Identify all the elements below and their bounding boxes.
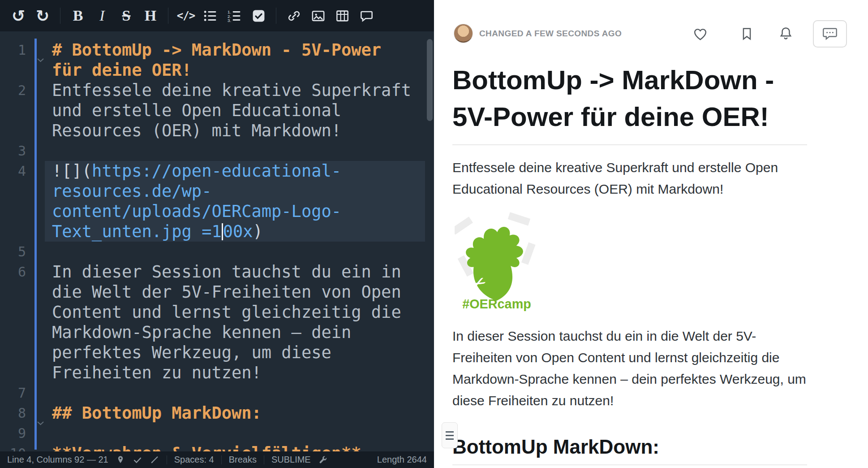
editor-row[interactable]: die Welt der 5V-Freiheiten von Open <box>0 282 434 302</box>
brush-icon[interactable] <box>150 455 159 465</box>
bullet-list-icon[interactable] <box>198 4 222 27</box>
editor-row[interactable]: 6In dieser Session tauchst du ein in <box>0 262 434 282</box>
line-number: 2 <box>0 80 26 100</box>
line-number: 7 <box>0 383 26 403</box>
toolbar-divider <box>276 8 276 24</box>
line-number: 1 <box>0 40 26 60</box>
line-number: 4 <box>0 161 26 181</box>
subheading-divider <box>452 464 807 465</box>
toolbar-divider <box>168 8 168 24</box>
line-number: 5 <box>0 242 26 262</box>
status-bar: Line 4, Columns 92 — 21 Spaces: 4 Breaks… <box>0 451 434 468</box>
link-icon[interactable] <box>282 4 306 27</box>
ordered-list-icon[interactable]: 1.2.3. <box>222 4 246 27</box>
line-number: 9 <box>0 423 26 443</box>
svg-text:3.: 3. <box>228 18 231 23</box>
editor-row[interactable]: 8## BottomUp MarkDown: <box>0 403 434 423</box>
editor-line-text: Text_unten.jpg =100x) <box>52 221 434 242</box>
markdown-editor-pane: ↺↻BISH</>1.2.3. 1# BottomUp -> MarkDown … <box>0 0 434 468</box>
preview-pane: CHANGED A FEW SECONDS AGO BottomUp -> Ma… <box>434 0 868 468</box>
toolbar-divider <box>60 8 60 24</box>
bell-icon[interactable] <box>778 26 793 41</box>
comments-button[interactable] <box>813 20 847 48</box>
heading-icon[interactable]: H <box>138 4 163 27</box>
pin-icon[interactable] <box>116 455 125 465</box>
keymap-setting[interactable]: SUBLIME <box>271 455 311 465</box>
editor-row[interactable]: perfektes Werkzeug, um diese <box>0 342 434 363</box>
editor-line-text: Freiheiten zu nutzen! <box>52 363 434 383</box>
doc-length: Length 2644 <box>377 455 427 465</box>
editor-row[interactable]: 7 <box>0 383 434 403</box>
editor-row[interactable]: 3 <box>0 141 434 161</box>
image-icon[interactable] <box>306 4 330 27</box>
editor-line-text: ## BottomUp MarkDown: <box>52 403 434 423</box>
italic-icon[interactable]: I <box>90 4 114 27</box>
editor-row[interactable]: Text_unten.jpg =100x) <box>0 221 434 242</box>
editor-row[interactable]: Freiheiten zu nutzen! <box>0 363 434 383</box>
editor-row[interactable]: content/uploads/OERCamp-Logo- <box>0 201 434 221</box>
comment-icon[interactable] <box>354 4 378 27</box>
bold-icon[interactable]: B <box>66 4 90 27</box>
preview-body-paragraph: In dieser Session tauchst du ein in die … <box>452 325 811 412</box>
undo-icon[interactable]: ↺ <box>6 4 30 27</box>
editor-toolbar: ↺↻BISH</>1.2.3. <box>0 0 434 31</box>
code-icon[interactable]: </> <box>174 4 198 27</box>
editor-line-text: für deine OER! <box>52 60 434 80</box>
statusbar-divider <box>264 455 264 464</box>
editor-row[interactable]: 9 <box>0 423 434 443</box>
editor-line-text: und erstelle Open Educational <box>52 100 434 121</box>
wrench-icon[interactable] <box>318 455 328 465</box>
editor-line-text: ![](https://open-educational- <box>52 161 434 181</box>
editor-row[interactable]: 1# BottomUp -> MarkDown - 5V-Power <box>0 40 434 60</box>
title-divider <box>452 144 807 145</box>
split-drag-handle[interactable] <box>442 422 458 448</box>
line-number: 10 <box>0 443 26 451</box>
editor-line-text: Content und lernst gleichzeitig die <box>52 302 434 322</box>
last-changed-status: CHANGED A FEW SECONDS AGO <box>479 29 622 39</box>
statusbar-divider <box>167 455 167 464</box>
preview-intro-paragraph: Entfessele deine kreative Superkraft und… <box>452 157 811 200</box>
editor-line-text: die Welt der 5V-Freiheiten von Open <box>52 282 434 302</box>
editor-row[interactable]: Resources (OER) mit Markdown! <box>0 121 434 141</box>
statusbar-divider <box>221 455 222 464</box>
oercamp-logo: ✂ #OERcamp <box>455 211 539 312</box>
line-number: 3 <box>0 141 26 161</box>
editor-line-text: Markdown-Sprache kennen – dein <box>52 322 434 342</box>
changed-lines-indicator <box>34 39 37 450</box>
preview-title: BottomUp -> MarkDown -5V-Power für deine… <box>452 62 829 135</box>
oercamp-caption: #OERcamp <box>462 297 531 311</box>
editor-row[interactable]: und erstelle Open Educational <box>0 100 434 121</box>
task-list-icon[interactable] <box>246 4 271 27</box>
editor-line-text: Entfessele deine kreative Superkraft <box>52 80 434 100</box>
editor-line-text: **Verwahren & Vervielfältigen** <box>52 443 434 451</box>
editor-line-text: # BottomUp -> MarkDown - 5V-Power <box>52 40 434 60</box>
editor-row[interactable]: für deine OER! <box>0 60 434 80</box>
bookmark-icon[interactable] <box>739 26 754 41</box>
preview-subheading: BottomUp MarkDown: <box>452 436 659 458</box>
spaces-setting[interactable]: Spaces: 4 <box>174 455 214 465</box>
table-icon[interactable] <box>330 4 354 27</box>
editor-row[interactable]: 2Entfessele deine kreative Superkraft <box>0 80 434 100</box>
line-number: 8 <box>0 403 26 423</box>
heart-icon[interactable] <box>693 27 708 42</box>
editor-line-text: resources.de/wp- <box>52 181 434 201</box>
editor-content[interactable]: 1# BottomUp -> MarkDown - 5V-Powerfür de… <box>0 31 434 451</box>
editor-row[interactable]: 10**Verwahren & Vervielfältigen** <box>0 443 434 451</box>
editor-line-text: In dieser Session tauchst du ein in <box>52 262 434 282</box>
editor-line-text: perfektes Werkzeug, um diese <box>52 342 434 363</box>
editor-row[interactable]: Content und lernst gleichzeitig die <box>0 302 434 322</box>
editor-line-text: Resources (OER) mit Markdown! <box>52 121 434 141</box>
cursor-position: Line 4, Columns 92 — 21 <box>7 455 108 465</box>
editor-row[interactable]: resources.de/wp- <box>0 181 434 201</box>
check-icon[interactable] <box>133 455 142 465</box>
editor-line-text: content/uploads/OERCamp-Logo- <box>52 201 434 221</box>
breaks-setting[interactable]: Breaks <box>229 455 257 465</box>
line-number: 6 <box>0 262 26 282</box>
editor-row[interactable]: Markdown-Sprache kennen – dein <box>0 322 434 342</box>
strikethrough-icon[interactable]: S <box>114 4 138 27</box>
editor-row[interactable]: 5 <box>0 242 434 262</box>
avatar[interactable] <box>454 24 473 43</box>
editor-row[interactable]: 4![](https://open-educational- <box>0 161 434 181</box>
redo-icon[interactable]: ↻ <box>30 4 55 27</box>
